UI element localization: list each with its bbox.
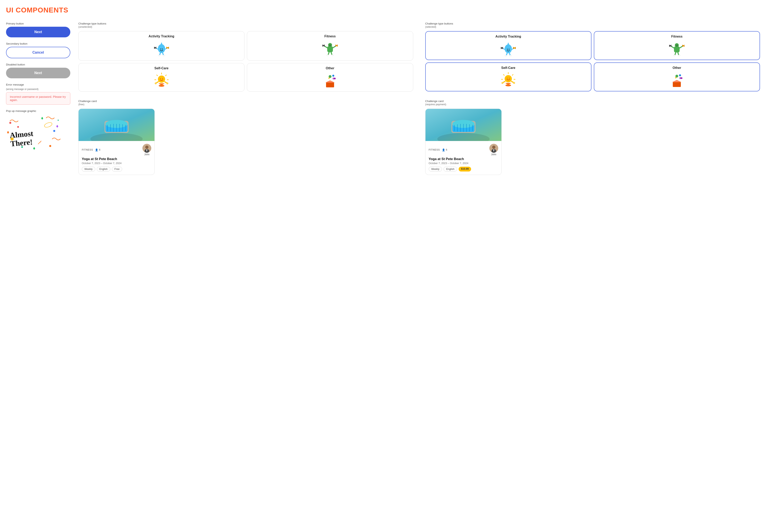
other-icon-sel: ✦ — [669, 72, 685, 89]
free-card-avatar — [142, 144, 151, 153]
challenge-cards-section: Challenge card (free) — [78, 100, 760, 175]
svg-rect-23 — [168, 47, 169, 49]
svg-text:✦: ✦ — [328, 77, 330, 80]
popup-text: AlmostThere! — [9, 129, 34, 148]
tag-weekly: Weekly — [82, 167, 95, 172]
paid-card-label: Challenge card — [425, 100, 760, 103]
paid-card-meta-left: FITNESS 👤 6 — [429, 148, 447, 151]
svg-rect-89 — [682, 45, 683, 47]
paid-card-image — [425, 109, 501, 141]
challenge-card-activity[interactable]: Activity Tracking — [78, 31, 244, 61]
disabled-button: Next — [6, 68, 70, 78]
svg-point-81 — [676, 45, 677, 45]
svg-rect-62 — [332, 78, 334, 79]
svg-rect-86 — [669, 45, 670, 47]
svg-line-46 — [166, 75, 166, 76]
challenge-selected-grid: Activity Tracking — [425, 31, 760, 91]
svg-point-14 — [160, 49, 161, 49]
svg-point-26 — [158, 55, 160, 56]
tag-price: $10.99 — [459, 167, 471, 172]
svg-point-95 — [505, 75, 512, 82]
page-title: UI COMPONENTS — [6, 6, 760, 14]
svg-point-101 — [507, 78, 508, 79]
free-card-sub: (free) — [78, 103, 413, 106]
svg-rect-38 — [335, 45, 336, 47]
tag-free: Free — [112, 167, 122, 172]
svg-point-56 — [159, 85, 164, 87]
paid-card-sub: (requires payment) — [425, 103, 760, 106]
svg-rect-149 — [493, 149, 494, 151]
svg-point-54 — [155, 82, 157, 84]
activity-icon-sel — [500, 40, 516, 57]
paid-card-date: October 7, 2023 – October 7, 2024 — [429, 162, 498, 165]
svg-point-30 — [329, 45, 330, 45]
error-box: Incorrect username or password. Please t… — [6, 92, 70, 105]
primary-button-label: Primary button — [6, 22, 70, 25]
svg-point-4 — [49, 145, 51, 147]
primary-button[interactable]: Next — [6, 27, 70, 37]
svg-rect-28 — [327, 46, 333, 52]
challenge-card-title: Self-Care — [501, 66, 515, 70]
challenge-card-other-sel[interactable]: Other ✦ — [594, 62, 760, 91]
svg-point-66 — [509, 49, 509, 50]
free-card-category: FITNESS — [82, 148, 93, 151]
challenge-card-fitness-sel[interactable]: Fitness — [594, 31, 760, 60]
svg-point-110 — [679, 74, 681, 76]
svg-rect-39 — [337, 45, 338, 47]
free-card[interactable]: FITNESS 👤 6 — [78, 109, 155, 175]
left-panel: Primary button Next Secondary button Can… — [6, 22, 70, 151]
challenge-unselected-sub: (unselected) — [78, 26, 413, 28]
svg-point-11 — [44, 122, 53, 128]
svg-point-51 — [162, 78, 163, 79]
free-card-host: John — [144, 153, 149, 156]
disabled-button-label: Disabled button — [6, 63, 70, 66]
challenge-card-activity-sel[interactable]: Activity Tracking — [425, 31, 591, 60]
secondary-button-label: Secondary button — [6, 42, 70, 45]
challenge-card-selfcare-sel[interactable]: Self-Care — [425, 62, 591, 91]
paid-card-category: FITNESS — [429, 148, 440, 151]
svg-point-15 — [162, 49, 163, 49]
free-card-group: Challenge card (free) — [78, 100, 413, 175]
challenge-buttons-section: Challenge type buttons (unselected) Acti… — [78, 22, 760, 92]
free-card-tags: Weekly English Free — [82, 167, 151, 172]
selfcare-icon — [153, 72, 170, 89]
free-card-body: FITNESS 👤 6 — [79, 141, 154, 175]
svg-point-43 — [331, 55, 333, 56]
challenge-card-title: Fitness — [671, 35, 682, 38]
svg-marker-6 — [7, 131, 9, 134]
svg-point-106 — [513, 82, 515, 84]
fitness-icon — [322, 40, 338, 57]
challenge-card-fitness[interactable]: Fitness — [247, 31, 413, 61]
challenge-card-title: Fitness — [324, 35, 336, 38]
svg-point-107 — [505, 84, 511, 86]
paid-card[interactable]: FITNESS 👤 6 — [425, 109, 502, 175]
svg-rect-22 — [166, 47, 167, 49]
svg-line-91 — [675, 52, 676, 55]
svg-point-27 — [163, 55, 165, 56]
challenge-card-selfcare[interactable]: Self-Care — [78, 63, 244, 92]
people-icon: 👤 — [95, 148, 98, 151]
svg-point-93 — [673, 55, 675, 56]
paid-card-meta: FITNESS 👤 6 — [429, 144, 498, 156]
free-card-meta-left: FITNESS 👤 6 — [82, 148, 100, 151]
challenge-card-other[interactable]: Other ✦ — [247, 63, 413, 92]
svg-marker-8 — [33, 147, 35, 150]
svg-rect-74 — [515, 47, 516, 49]
challenge-card-title: Self-Care — [154, 66, 169, 70]
free-card-participants: 👤 6 — [95, 148, 100, 151]
tag-english: English — [97, 167, 110, 172]
tag-english-paid: English — [444, 167, 457, 172]
svg-point-65 — [507, 49, 508, 50]
paid-card-host: John — [491, 153, 496, 156]
free-card-image — [79, 109, 154, 141]
svg-point-55 — [166, 82, 168, 84]
paid-card-tags: Weekly English $10.99 — [429, 167, 498, 172]
svg-marker-7 — [56, 125, 58, 128]
svg-point-82 — [677, 45, 678, 45]
challenge-selected-group: Challenge type buttons (selected) Activi… — [425, 22, 760, 92]
paid-card-avatar — [489, 144, 498, 153]
error-label: Error message — [6, 83, 70, 86]
secondary-button[interactable]: Cancel — [6, 47, 70, 58]
paid-card-group: Challenge card (requires payment) — [425, 100, 760, 175]
svg-point-102 — [509, 78, 510, 79]
